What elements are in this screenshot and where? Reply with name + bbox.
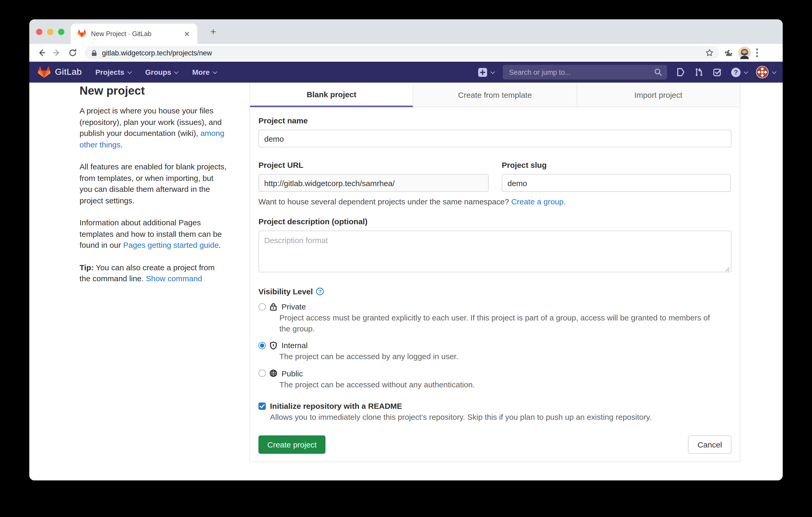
forward-button[interactable] [49, 49, 65, 57]
profile-avatar[interactable] [738, 47, 751, 59]
sidebar-paragraph: A project is where you house your files … [80, 105, 227, 150]
project-slug-label: Project slug [502, 160, 731, 170]
namespace-hint: Want to house several dependent projects… [258, 197, 731, 206]
chevron-down-icon [174, 69, 179, 74]
internal-radio[interactable] [258, 342, 266, 349]
menu-more[interactable]: More [192, 68, 216, 76]
resize-grip-icon[interactable] [725, 267, 730, 272]
show-command-link[interactable]: Show command [146, 274, 202, 283]
visibility-level-label: Visibility Level ? [258, 287, 731, 296]
sidebar-tip: Tip: You can also create a project from … [80, 262, 227, 284]
back-arrow-icon [37, 49, 46, 57]
sidebar-paragraph: Information about additional Pages templ… [80, 217, 227, 251]
globe-icon [269, 369, 277, 377]
todos-icon[interactable] [713, 67, 722, 77]
check-icon [260, 404, 265, 408]
description-textarea[interactable] [258, 231, 731, 272]
chevron-down-icon [491, 69, 495, 74]
help-icon: ? [731, 67, 741, 77]
sidebar: New project A project is where you house… [80, 84, 227, 295]
visibility-option-public: Public The project can be accessed witho… [258, 369, 731, 390]
project-type-tabs: Blank project Create from template Impor… [250, 83, 740, 107]
project-name-label: Project name [258, 116, 731, 125]
browser-tabstrip: New Project · GitLab ✕ + [29, 19, 783, 44]
new-project-form: Project name Project URL Project slug Wa… [250, 107, 740, 462]
bookmark-star-icon[interactable] [705, 49, 714, 57]
navbar-right: ? [478, 65, 775, 80]
search-icon [654, 68, 662, 76]
tab-close-icon[interactable]: ✕ [182, 29, 192, 38]
gitlab-navbar: GitLab Projects Groups More [29, 62, 783, 83]
description-label: Project description (optional) [258, 217, 731, 226]
gitlab-logo-icon [38, 66, 51, 79]
browser-toolbar: gitlab.widgetcorp.tech/projects/new [29, 44, 783, 62]
shield-icon [269, 341, 277, 349]
visibility-option-internal: Internal The project can be accessed by … [258, 341, 731, 362]
url-text: gitlab.widgetcorp.tech/projects/new [102, 49, 705, 57]
sidebar-paragraph: All features are enabled for blank proje… [80, 161, 227, 206]
menu-projects[interactable]: Projects [95, 68, 131, 76]
lock-icon [91, 50, 97, 56]
user-menu-button[interactable] [756, 66, 775, 79]
pages-guide-link[interactable]: Pages getting started guide [123, 240, 219, 249]
gitlab-wordmark: GitLab [55, 67, 82, 78]
chevron-down-icon [744, 69, 748, 74]
issues-icon[interactable] [676, 67, 686, 77]
project-url-label: Project URL [258, 160, 489, 170]
browser-menu-dots-icon[interactable] [756, 48, 758, 58]
form-actions: Create project Cancel [258, 435, 731, 454]
screenshot-stage: New Project · GitLab ✕ + [0, 0, 812, 517]
svg-text:?: ? [318, 289, 321, 294]
menu-groups[interactable]: Groups [145, 68, 178, 76]
public-radio[interactable] [258, 370, 266, 377]
chrome-controls [724, 47, 758, 59]
close-window-button[interactable] [36, 29, 42, 35]
plus-square-icon [478, 68, 487, 77]
address-bar[interactable]: gitlab.widgetcorp.tech/projects/new [85, 46, 719, 60]
gitlab-brand[interactable]: GitLab [38, 66, 82, 79]
tab-import-project[interactable]: Import project [576, 83, 740, 107]
visibility-option-private: Private Project access must be granted e… [258, 302, 731, 334]
svg-text:?: ? [734, 68, 738, 75]
user-avatar [756, 66, 768, 79]
readme-label: Initialize repository with a README [270, 401, 402, 410]
search-input[interactable] [503, 65, 667, 80]
readme-description: Allows you to immediately clone this pro… [270, 413, 731, 421]
tab-title: New Project · GitLab [91, 30, 182, 37]
browser-window: New Project · GitLab ✕ + [29, 19, 783, 480]
lock-icon [269, 302, 277, 311]
visibility-help-icon[interactable]: ? [316, 287, 324, 295]
url-slug-row: Project URL Project slug [258, 160, 731, 192]
create-project-button[interactable]: Create project [258, 435, 325, 454]
readme-row: Initialize repository with a README [258, 401, 731, 410]
project-url-input[interactable] [258, 174, 489, 192]
merge-requests-icon[interactable] [694, 67, 704, 77]
reload-button[interactable] [65, 49, 81, 57]
create-group-link[interactable]: Create a group. [511, 197, 566, 206]
back-button[interactable] [33, 49, 49, 57]
new-menu-button[interactable] [478, 68, 494, 77]
extensions-puzzle-icon[interactable] [724, 48, 733, 57]
new-project-panel: Blank project Create from template Impor… [250, 83, 740, 462]
cancel-button[interactable]: Cancel [688, 435, 731, 454]
readme-checkbox[interactable] [258, 402, 266, 409]
traffic-lights [36, 29, 64, 35]
reload-icon [68, 49, 77, 57]
zoom-window-button[interactable] [58, 29, 64, 35]
minimize-window-button[interactable] [47, 29, 53, 35]
page-title: New project [80, 84, 227, 98]
navbar-menu: Projects Groups More [95, 68, 216, 76]
new-tab-button[interactable]: + [206, 25, 220, 39]
browser-tab[interactable]: New Project · GitLab ✕ [70, 24, 197, 44]
chevron-down-icon [772, 69, 776, 74]
project-slug-input[interactable] [502, 174, 731, 192]
search-box [503, 65, 667, 80]
gitlab-favicon-icon [78, 29, 86, 38]
private-radio[interactable] [258, 303, 266, 310]
tab-blank-project[interactable]: Blank project [250, 83, 413, 107]
project-name-input[interactable] [258, 130, 731, 147]
tab-create-from-template[interactable]: Create from template [413, 83, 577, 107]
help-menu-button[interactable]: ? [731, 67, 747, 77]
chevron-down-icon [127, 69, 132, 74]
forward-arrow-icon [53, 49, 61, 57]
